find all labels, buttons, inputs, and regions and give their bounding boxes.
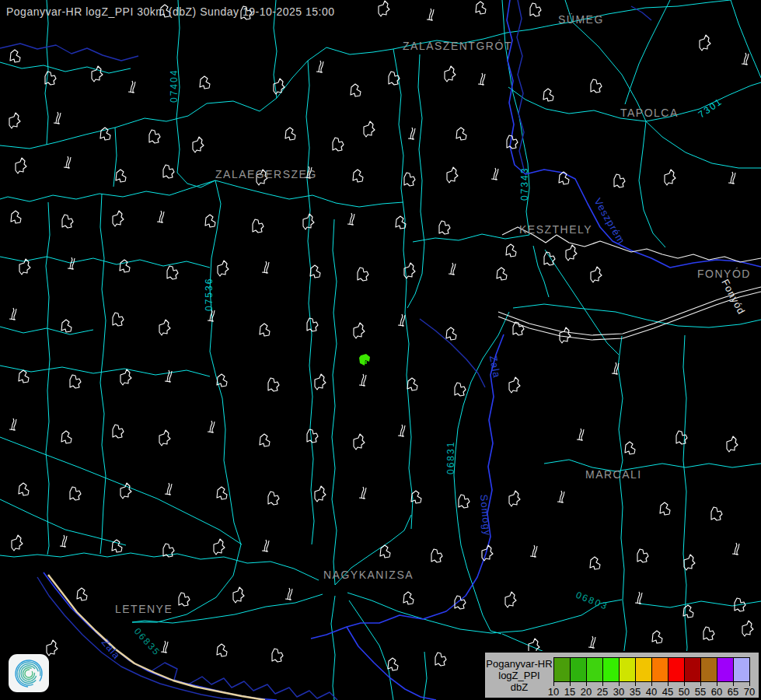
county-name-label: Zala bbox=[487, 355, 503, 379]
settlement-glyph bbox=[285, 128, 295, 140]
legend-tick-label: 15 bbox=[564, 686, 575, 698]
settlement-glyph bbox=[403, 592, 414, 604]
settlement-glyph bbox=[676, 431, 687, 444]
settlement-glyph bbox=[478, 73, 485, 86]
road-number-label: 07536 bbox=[204, 278, 215, 311]
road-line bbox=[331, 596, 335, 700]
settlement-glyph bbox=[262, 540, 269, 552]
road-line bbox=[454, 312, 509, 634]
settlement-glyph bbox=[19, 259, 30, 275]
settlement-glyph bbox=[60, 535, 67, 548]
city-label-fonyd: FONYÓD bbox=[697, 268, 751, 280]
settlement-glyph bbox=[513, 322, 524, 335]
radar-map-screen: ZALASZENTGRÓTSÜMEGTAPOLCAZALAEGERSZEGKES… bbox=[0, 0, 761, 700]
road-line bbox=[533, 246, 549, 297]
country-border-line bbox=[48, 575, 265, 700]
settlement-glyph bbox=[637, 549, 648, 562]
settlement-glyph bbox=[157, 211, 164, 223]
settlement-glyph bbox=[165, 483, 172, 495]
settlement-glyph bbox=[268, 378, 279, 391]
settlement-glyph bbox=[113, 211, 124, 226]
road-line bbox=[544, 460, 761, 471]
radar-product-title: Poganyvar-HR logZ_PPI 30km (dbZ) Sunday … bbox=[6, 5, 335, 18]
settlement-glyph bbox=[652, 631, 662, 643]
settlement-glyph bbox=[12, 535, 23, 551]
settlement-glyph bbox=[64, 156, 71, 169]
settlement-glyph bbox=[307, 318, 318, 331]
county-name-label: Fonyód bbox=[719, 277, 747, 317]
settlement-glyph bbox=[359, 374, 366, 387]
road-line bbox=[0, 62, 131, 73]
settlement-glyph bbox=[404, 173, 415, 186]
settlement-glyph bbox=[260, 324, 270, 336]
settlement-glyph bbox=[364, 121, 375, 137]
settlement-glyph bbox=[543, 89, 553, 101]
road-line bbox=[0, 47, 393, 149]
road-line bbox=[0, 366, 210, 376]
road-line bbox=[639, 121, 665, 247]
river-line bbox=[0, 44, 138, 61]
settlement-glyph bbox=[233, 587, 244, 603]
settlement-glyph bbox=[635, 592, 642, 604]
settlement-glyph bbox=[193, 137, 204, 152]
legend-line-unit: dbZ bbox=[511, 681, 528, 693]
settlement-glyph bbox=[179, 593, 190, 606]
settlement-glyph bbox=[660, 502, 670, 515]
settlement-glyph bbox=[354, 323, 365, 338]
settlement-glyph bbox=[497, 268, 507, 280]
settlement-glyph bbox=[449, 263, 456, 275]
settlement-glyph bbox=[665, 170, 675, 185]
settlement-glyph bbox=[727, 436, 738, 452]
settlement-glyph bbox=[120, 260, 130, 272]
legend-swatch bbox=[586, 657, 603, 682]
settlement-glyph bbox=[398, 314, 405, 327]
legend-tick-label: 55 bbox=[695, 686, 706, 698]
settlement-glyph bbox=[120, 483, 131, 499]
legend-title-block: Poganyvar-HR logZ_PPI dbZ bbox=[485, 653, 553, 698]
road-line bbox=[393, 49, 413, 529]
settlement-glyph bbox=[285, 588, 292, 600]
settlement-glyph bbox=[509, 491, 520, 506]
legend-swatch bbox=[602, 657, 620, 682]
road-line bbox=[0, 499, 126, 545]
settlement-glyph bbox=[253, 219, 264, 233]
settlement-glyph bbox=[10, 50, 20, 62]
settlement-glyph bbox=[439, 221, 450, 234]
settlement-glyph bbox=[358, 268, 368, 281]
road-line bbox=[413, 234, 529, 242]
legend-color-bar: 10152025303540455055606570 bbox=[553, 653, 759, 698]
settlement-glyph bbox=[700, 35, 710, 51]
settlement-glyph bbox=[351, 84, 361, 96]
settlement-glyph bbox=[307, 429, 318, 443]
settlement-glyph bbox=[612, 362, 619, 375]
settlement-glyph bbox=[113, 313, 124, 326]
settlement-glyph bbox=[61, 431, 72, 443]
city-label-smeg: SÜMEG bbox=[558, 12, 604, 26]
city-label-zalaegerszeg: ZALAEGERSZEG bbox=[215, 168, 317, 180]
city-label-nagykanizsa: NAGYKANIZSA bbox=[323, 569, 414, 581]
settlement-glyph bbox=[505, 592, 516, 607]
settlement-glyph bbox=[447, 167, 458, 183]
county-name-label: Somogy bbox=[478, 494, 494, 537]
legend-line-product: logZ_PPI bbox=[498, 670, 539, 681]
settlement-glyph bbox=[431, 549, 442, 562]
road-number-label: 7301 bbox=[696, 96, 724, 120]
settlement-glyph bbox=[347, 213, 354, 226]
river-line bbox=[420, 319, 485, 387]
settlement-glyph bbox=[61, 320, 72, 332]
settlement-glyph bbox=[456, 128, 466, 140]
settlement-glyph bbox=[217, 374, 227, 387]
settlement-glyph bbox=[214, 539, 225, 555]
road-line bbox=[0, 257, 210, 268]
settlement-glyph bbox=[588, 636, 595, 649]
settlement-glyph bbox=[128, 81, 135, 93]
road-line bbox=[306, 61, 314, 544]
settlement-glyph bbox=[728, 172, 735, 184]
settlement-glyph bbox=[476, 2, 486, 14]
settlement-glyph bbox=[268, 492, 279, 505]
settlement-glyph bbox=[591, 79, 602, 93]
settlement-glyph bbox=[459, 495, 470, 508]
road-line bbox=[349, 600, 393, 700]
settlement-glyph bbox=[218, 261, 229, 276]
legend-tick-label: 10 bbox=[548, 686, 559, 698]
